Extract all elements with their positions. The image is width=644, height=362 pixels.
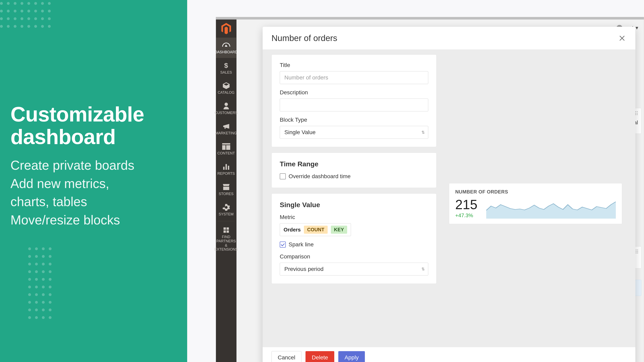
app-area: root ▾ ⠿ Total ⠿ DASHBOARD [187, 0, 644, 362]
sidebar-item-marketing[interactable]: MARKETING [216, 119, 236, 139]
dashboard-icon [222, 42, 230, 48]
updown-icon: ⇅ [422, 267, 425, 271]
metric-tag-key: KEY [331, 226, 347, 234]
bar-chart-icon [222, 163, 230, 170]
sparkline-checkbox[interactable] [280, 242, 286, 248]
sparkline-row[interactable]: Spark line [280, 241, 428, 248]
cancel-button[interactable]: Cancel [272, 351, 302, 362]
sparkline-label: Spark line [288, 241, 314, 248]
modal-body: Title Description Block Type Single Val [263, 50, 635, 347]
sidebar-item-sales[interactable]: $ SALES [216, 58, 236, 78]
promo-title-line2: dashboard [10, 125, 116, 148]
preview-title: NUMBER OF ORDERS [455, 189, 616, 195]
title-input[interactable] [280, 71, 428, 84]
single-value-heading: Single Value [280, 201, 428, 209]
description-input[interactable] [280, 98, 428, 111]
sidebar-item-stores[interactable]: STORES [216, 179, 236, 200]
sidebar-separator [218, 221, 234, 221]
sidebar-item-label: STORES [219, 192, 234, 196]
single-value-card: Single Value Metric Orders COUNT KEY [272, 193, 436, 284]
override-time-checkbox[interactable] [280, 173, 286, 179]
time-range-card: Time Range Override dashboard time [272, 153, 436, 188]
delete-button[interactable]: Delete [306, 351, 334, 362]
promo-title: Customizable dashboard [10, 103, 177, 148]
sidebar-item-label: FIND PARTNERS & EXTENSIONS [214, 235, 238, 252]
comparison-label: Comparison [280, 253, 428, 260]
drag-handle-icon[interactable]: ⠿ [635, 249, 640, 255]
preview-card: NUMBER OF ORDERS 215 +47.3% [449, 183, 622, 224]
preview-column: NUMBER OF ORDERS 215 +47.3% [444, 54, 626, 347]
override-time-row[interactable]: Override dashboard time [280, 173, 428, 180]
sidebar-item-label: CONTENT [217, 151, 235, 155]
block-config-modal: Number of orders Title [263, 27, 635, 362]
modal-footer: Cancel Delete Apply [263, 347, 635, 362]
blocktype-label: Block Type [280, 117, 428, 123]
person-icon [222, 103, 230, 109]
preview-value: 215 [455, 198, 477, 211]
sidebar-item-catalog[interactable]: CATALOG [216, 78, 236, 98]
decorative-dots [0, 0, 58, 30]
sidebar-item-label: REPORTS [217, 172, 235, 176]
comparison-value: Previous period [284, 266, 324, 272]
modal-title: Number of orders [272, 33, 337, 43]
blocktype-value: Single Value [284, 129, 316, 136]
general-card: Title Description Block Type Single Val [272, 54, 436, 147]
promo-subtitle: Create private boards Add new metrics, c… [10, 156, 177, 230]
sidebar-item-reports[interactable]: REPORTS [216, 159, 236, 179]
gear-icon [222, 204, 230, 211]
window-titlebar [216, 17, 644, 19]
sidebar-item-customers[interactable]: CUSTOMERS [216, 98, 236, 119]
box-icon [222, 82, 230, 89]
sidebar-item-label: SALES [220, 70, 232, 75]
form-column: Title Description Block Type Single Val [272, 54, 436, 347]
metric-select[interactable]: Orders COUNT KEY [280, 223, 351, 236]
override-time-label: Override dashboard time [288, 173, 350, 180]
decorative-dots [26, 245, 60, 322]
store-icon [222, 184, 230, 190]
preview-sparkline [486, 199, 616, 219]
promo-title-line1: Customizable [10, 103, 144, 126]
layout-icon [222, 143, 230, 150]
sidebar-item-system[interactable]: SYSTEM [216, 200, 236, 220]
modal-header: Number of orders [263, 27, 635, 50]
sidebar-item-label: SYSTEM [218, 212, 234, 216]
sidebar-item-label: CUSTOMERS [214, 111, 238, 115]
app-window: root ▾ ⠿ Total ⠿ DASHBOARD [216, 17, 644, 362]
sidebar-item-label: MARKETING [215, 131, 237, 135]
partners-icon [222, 227, 230, 233]
comparison-select[interactable]: Previous period ⇅ [280, 263, 428, 276]
apply-button[interactable]: Apply [338, 351, 365, 362]
chevron-down-icon: ▾ [636, 25, 638, 31]
blocktype-select[interactable]: Single Value ⇅ [280, 126, 428, 139]
dollar-icon: $ [222, 62, 230, 69]
close-icon [619, 35, 626, 42]
metric-label: Metric [280, 214, 428, 220]
title-label: Title [280, 62, 428, 68]
app-sidebar: DASHBOARD $ SALES CATALOG CUSTOMERS MARK… [216, 19, 236, 362]
sidebar-item-dashboard[interactable]: DASHBOARD [216, 38, 236, 58]
preview-delta: +47.3% [455, 212, 477, 219]
description-label: Description [280, 89, 428, 96]
updown-icon: ⇅ [422, 130, 425, 134]
close-button[interactable] [618, 34, 626, 43]
sidebar-item-partners[interactable]: FIND PARTNERS & EXTENSIONS [216, 222, 236, 255]
metric-value: Orders [284, 227, 301, 233]
magento-logo-icon[interactable] [216, 19, 236, 38]
sidebar-item-label: CATALOG [218, 90, 234, 95]
sidebar-item-label: DASHBOARD [214, 50, 238, 54]
time-range-heading: Time Range [280, 160, 428, 168]
promo-panel: Customizable dashboard Create private bo… [0, 0, 187, 362]
megaphone-icon [222, 123, 230, 129]
sidebar-item-content[interactable]: CONTENT [216, 139, 236, 159]
metric-tag-count: COUNT [304, 226, 328, 234]
